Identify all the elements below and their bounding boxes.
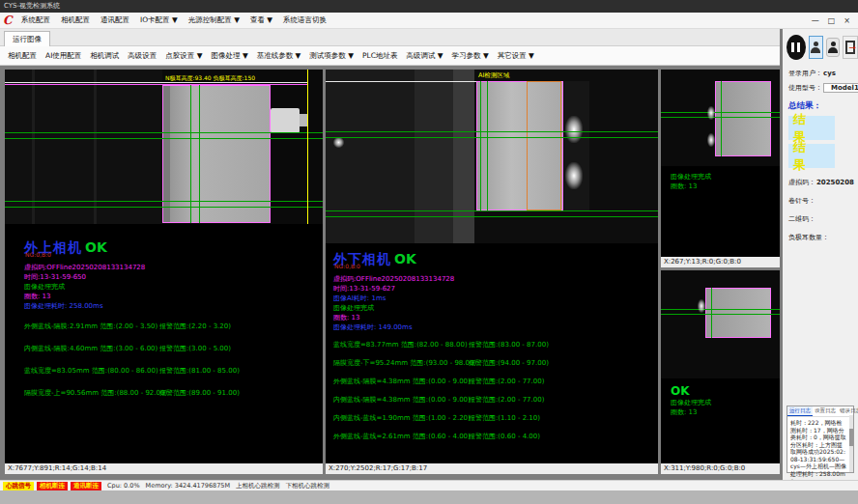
info-line: 时间:13-31-59-650 bbox=[24, 272, 323, 282]
operator-button[interactable] bbox=[826, 38, 840, 57]
menu-item[interactable]: 系统语言切换 bbox=[283, 15, 327, 25]
maximize-button[interactable]: □ bbox=[828, 14, 836, 28]
result-text-outer-top: 外上相机 OK NG:0,B:0 虚拟码:OFFline202502081331… bbox=[5, 224, 323, 398]
toolbar-item[interactable]: 高级调试 ▼ bbox=[406, 51, 443, 61]
menu-item[interactable]: 查看 ▼ bbox=[250, 15, 272, 25]
info-line: 圈数: 13 bbox=[671, 182, 780, 191]
measurement-row: 蓝线宽度=83.77mm 范围:(82.00 - 88.00)报警范围:(83.… bbox=[333, 340, 658, 350]
machine-background bbox=[326, 70, 415, 243]
measurement-row: 隔膜宽度-上=90.56mm 范围:(88.00 - 92.00)报警范围:(8… bbox=[24, 388, 323, 398]
measure-line-green bbox=[661, 309, 780, 310]
measurement-row: 蓝线宽度=83.05mm 范围:(80.00 - 86.00)报警范围:(81.… bbox=[24, 366, 323, 376]
toolbar-item[interactable]: 相机配置 bbox=[8, 51, 37, 61]
info-line: 图像AI耗时: 1ms bbox=[333, 294, 658, 303]
log-scrollbar-thumb[interactable] bbox=[849, 429, 853, 446]
info-line: 图像处理完成 bbox=[24, 282, 323, 292]
log-text: 耗时：222，网络检测耗时：17，网络分类耗时：0，网络提取分区耗时：上方图提取… bbox=[787, 417, 853, 487]
measurement-row: 内侧蓝线-隔膜=4.38mm 范围:(0.00 - 9.00)报警范围:(2.0… bbox=[333, 395, 658, 405]
log-tab[interactable]: 运行日志 bbox=[787, 406, 813, 416]
result-display-1: 结 果 bbox=[788, 116, 835, 140]
app-logo-icon: C bbox=[3, 14, 15, 27]
alarm-range: 报警范围:(1.10 - 2.10) bbox=[469, 413, 540, 423]
camera-image-inner-bottom[interactable] bbox=[661, 270, 780, 378]
measure-line-green bbox=[326, 210, 658, 211]
right-top-lines: 图像处理完成圈数: 13 bbox=[671, 172, 780, 191]
pause-button[interactable] bbox=[786, 35, 806, 60]
log-tab[interactable]: 错误日志 bbox=[838, 406, 858, 416]
toolbar-item[interactable]: 图像处理 ▼ bbox=[212, 51, 248, 61]
info-line: 时间:13-31-59-627 bbox=[333, 284, 658, 294]
pixel-coordinates: X:7677;Y:891;R:14;G:14;B:14 bbox=[5, 463, 323, 474]
log-scrollbar[interactable] bbox=[849, 415, 853, 472]
alarm-range: 报警范围:(3.00 - 5.00) bbox=[159, 344, 231, 353]
toolbar-item[interactable]: 其它设置 ▼ bbox=[498, 51, 534, 61]
window-controls: — □ × bbox=[812, 14, 858, 28]
measurement-row: 内侧蓝线-隔膜:4.60mm 范围:(3.00 - 6.00)报警范围:(3.0… bbox=[24, 344, 323, 353]
menu-item[interactable]: 系统配置 bbox=[21, 15, 50, 25]
toolbar-item[interactable]: 基准线参数 ▼ bbox=[257, 51, 301, 61]
measure-line-green bbox=[5, 207, 323, 208]
camera-panel-outer-bottom[interactable]: AI检测区域 外下相机 OK NG:0,B:0 虚拟码:OFFline20250… bbox=[326, 70, 658, 474]
exit-button[interactable]: → bbox=[843, 36, 858, 59]
roi-orange bbox=[527, 81, 561, 210]
qr-row: 二维码： bbox=[788, 214, 853, 224]
info-line: 图像处理完成 bbox=[671, 398, 780, 407]
toolbar-item[interactable]: 学习参数 ▼ bbox=[452, 51, 489, 61]
tab-glow bbox=[565, 116, 583, 143]
needle-row: 卷针号： bbox=[788, 196, 853, 206]
camera-panel-inner-top[interactable]: 图像处理完成圈数: 13 X:267;Y:13;R:0;G:0;B:0 bbox=[661, 70, 780, 267]
info-line: 圈数: 13 bbox=[333, 313, 658, 322]
info-line: 虚拟码:OFFline20250208133134728 bbox=[24, 263, 323, 272]
toolbar-item[interactable]: 高级设置 bbox=[128, 51, 157, 61]
middle-info-lines: 虚拟码:OFFline20250208133134728时间:13-31-59-… bbox=[333, 274, 658, 332]
measurement-value: 内侧蓝线-隔膜=4.38mm 范围:(0.00 - 9.00) bbox=[333, 396, 471, 404]
cpu-usage: Cpu: 0.0% bbox=[107, 482, 140, 490]
log-tabs: 运行日志设置日志错误日志 bbox=[787, 406, 853, 417]
toolbar-item[interactable]: AI使用配置 bbox=[45, 51, 81, 61]
product-region bbox=[705, 288, 771, 338]
alarm-range: 报警范围:(2.00 - 77.00) bbox=[469, 377, 544, 386]
status-ok: OK bbox=[671, 384, 780, 398]
dark-zone bbox=[564, 81, 589, 210]
toolbar-item[interactable]: 测试项参数 ▼ bbox=[309, 51, 354, 61]
info-line: 圈数: 13 bbox=[24, 292, 323, 301]
toolbar-item[interactable]: PLC地址表 bbox=[362, 51, 397, 61]
log-tab[interactable]: 设置日志 bbox=[813, 406, 838, 416]
toolbar-item[interactable]: 点胶设置 ▼ bbox=[165, 51, 202, 61]
tab-count-row: 负极耳数量： bbox=[788, 233, 853, 242]
tab-run-image[interactable]: 运行图像 bbox=[4, 31, 50, 46]
info-line: 圈数: 13 bbox=[671, 407, 780, 417]
tab-row: 运行图像 bbox=[0, 29, 781, 46]
measure-line-vertical bbox=[199, 85, 200, 223]
tab-glow bbox=[707, 133, 715, 147]
qr-code-label: 二维码： bbox=[788, 214, 815, 224]
measurement-value: 外侧蓝线-隔膜:2.91mm 范围:(2.00 - 3.50) bbox=[24, 322, 157, 330]
bottom-camera-heartbeat: 下相机心跳检测 bbox=[286, 482, 330, 490]
minimize-button[interactable]: — bbox=[812, 14, 819, 28]
result-display-2: 结 果 bbox=[788, 144, 835, 168]
result-text-outer-bottom: 外下相机 OK NG:0,B:0 虚拟码:OFFline202502081331… bbox=[326, 243, 658, 441]
camera-panel-inner-bottom[interactable]: OK 图像处理完成圈数: 13 X:311;Y:980;R:0;G:0;B:0 bbox=[661, 270, 780, 474]
result-text-inner-bottom: OK 图像处理完成圈数: 13 bbox=[661, 378, 780, 417]
model-label: 使用型号： bbox=[788, 83, 822, 93]
measure-line-green bbox=[326, 131, 658, 132]
menu-item[interactable]: IO卡配置 ▼ bbox=[140, 15, 178, 25]
toolbar-item[interactable]: 相机调试 bbox=[90, 51, 119, 61]
camera-panel-outer-top[interactable]: N极耳高度:93.40 负极耳高度:150 外上相机 OK NG:0,B:0 虚… bbox=[5, 70, 323, 474]
model-value[interactable]: Model1 bbox=[823, 83, 858, 93]
machine-column bbox=[415, 70, 453, 243]
connector-part bbox=[271, 108, 300, 133]
camera-image-outer-top[interactable]: N极耳高度:93.40 负极耳高度:150 bbox=[5, 70, 323, 224]
camera-image-inner-top[interactable] bbox=[661, 70, 780, 166]
menu-item[interactable]: 通讯配置 bbox=[100, 15, 129, 25]
right-bottom-lines: 图像处理完成圈数: 13 bbox=[671, 398, 780, 417]
alarm-range: 报警范围:(81.00 - 85.00) bbox=[159, 366, 240, 376]
laser-line bbox=[326, 81, 476, 82]
close-button[interactable]: × bbox=[844, 14, 850, 28]
camera-image-outer-bottom[interactable]: AI检测区域 bbox=[326, 70, 658, 243]
user-login-button[interactable] bbox=[809, 36, 824, 59]
menu-item[interactable]: 相机配置 bbox=[61, 15, 90, 25]
menu-item[interactable]: 光源控制配置 ▼ bbox=[188, 15, 240, 25]
pixel-coordinates: X:270;Y:2502;R:17;G:17;B:17 bbox=[326, 463, 658, 474]
alarm-range: 报警范围:(2.00 - 77.00) bbox=[469, 395, 544, 405]
